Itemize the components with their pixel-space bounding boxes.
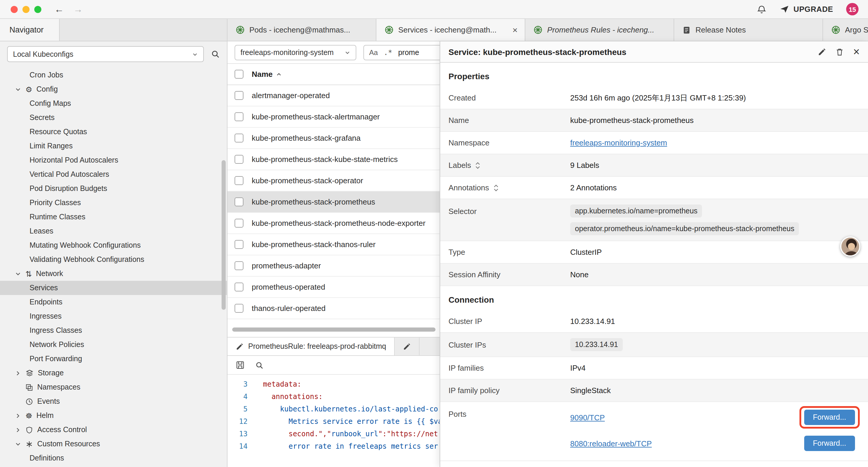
scrollbar-thumb[interactable] — [232, 327, 435, 332]
match-case-toggle[interactable]: Aa — [369, 48, 378, 56]
row-checkbox[interactable] — [235, 112, 243, 121]
dock-tab-prometheusrule-freeleaps-prod-rabbitmq[interactable]: PrometheusRule: freeleaps-prod-rabbitmq — [227, 338, 395, 355]
chevron-down-icon[interactable] — [14, 86, 21, 92]
forward-button[interactable]: → — [73, 4, 83, 14]
row-label-text: IP families — [448, 363, 484, 372]
tab-prometheus-rules-icecheng[interactable]: Prometheus Rules - icecheng... — [525, 19, 674, 41]
sidebar-item-storage[interactable]: Storage — [0, 366, 227, 380]
sidebar-item-endpoints[interactable]: Endpoints — [0, 295, 227, 309]
pencil-icon — [403, 343, 411, 350]
sidebar-item-label: Network — [36, 269, 63, 278]
chevron-right-icon[interactable] — [14, 370, 21, 376]
upgrade-button[interactable]: UPGRADE — [779, 4, 833, 14]
tab-argo-s[interactable]: Argo S — [823, 19, 868, 41]
row-checkbox[interactable] — [235, 155, 243, 164]
sidebar-item-pod-disruption-budgets[interactable]: Pod Disruption Budgets — [0, 181, 227, 196]
sidebar-item-runtime-classes[interactable]: Runtime Classes — [0, 210, 227, 224]
select-all-checkbox[interactable] — [235, 70, 243, 79]
sidebar-item-port-forwarding[interactable]: Port Forwarding — [0, 352, 227, 366]
row-name: kube-prometheus-stack-thanos-ruler — [252, 240, 375, 249]
minimize-window-button[interactable] — [23, 6, 30, 13]
row-checkbox[interactable] — [235, 176, 243, 185]
tab-pods-icecheng-mathmas[interactable]: Pods - icecheng@mathmas... — [227, 19, 376, 41]
port-link[interactable]: 8080:reloader-web/TCP — [570, 439, 652, 448]
save-icon[interactable] — [236, 360, 245, 370]
sidebar-item-ingresses[interactable]: Ingresses — [0, 309, 227, 323]
row-checkbox[interactable] — [235, 240, 243, 249]
sidebar-item-access-control[interactable]: Access Control — [0, 423, 227, 437]
sidebar-item-network-policies[interactable]: Network Policies — [0, 338, 227, 352]
maximize-window-button[interactable] — [34, 6, 41, 13]
row-checkbox[interactable] — [235, 198, 243, 206]
code-segment: runbook_url — [331, 430, 378, 438]
chevron-right-icon[interactable] — [14, 412, 21, 419]
column-header-name[interactable]: Name — [252, 70, 282, 79]
chevron-down-icon[interactable] — [14, 441, 21, 447]
workspace: freeleaps-monitoring-system Aa .* prome … — [227, 41, 868, 467]
row-checkbox[interactable] — [235, 261, 243, 270]
close-window-button[interactable] — [11, 6, 18, 13]
sidebar-item-mutating-webhook-configurations[interactable]: Mutating Webhook Configurations — [0, 238, 227, 253]
line-code: annotations: — [263, 391, 322, 403]
forward-button[interactable]: Forward... — [804, 436, 855, 451]
sidebar-item-custom-resources[interactable]: Custom Resources — [0, 437, 227, 451]
row-label-text: Ports — [448, 410, 466, 418]
close-tab-icon[interactable]: × — [511, 25, 519, 34]
chevron-down-icon[interactable] — [14, 270, 21, 277]
forward-button[interactable]: Forward... — [804, 410, 855, 425]
sidebar-item-definitions[interactable]: Definitions — [0, 451, 227, 465]
editor-search-icon[interactable] — [255, 361, 264, 369]
row-checkbox[interactable] — [235, 134, 243, 143]
navigator-tab[interactable]: Navigator — [0, 19, 60, 41]
sidebar-item-label: Pod Disruption Budgets — [30, 184, 107, 193]
sidebar-item-services[interactable]: Services — [0, 281, 227, 295]
kubeconfig-selector[interactable]: Local Kubeconfigs — [7, 46, 204, 62]
edit-button[interactable] — [818, 48, 826, 56]
sidebar-item-label: Services — [30, 284, 58, 292]
drawer-row-ip-family-policy: IP family policySingleStack — [440, 380, 868, 402]
tab-services-icecheng-math[interactable]: Services - icecheng@math...× — [376, 19, 525, 41]
dock-tab-1[interactable] — [395, 338, 420, 355]
user-avatar[interactable] — [840, 236, 860, 257]
sidebar-item-leases[interactable]: Leases — [0, 224, 227, 238]
chevron-right-icon[interactable] — [14, 427, 21, 433]
sidebar-item-cron-jobs[interactable]: Cron Jobs — [0, 68, 227, 82]
sidebar-item-label: Resource Quotas — [30, 128, 87, 136]
drawer-row-created: Created253d 16h 6m ago (2025年1月13日 GMT+8… — [440, 87, 868, 109]
sidebar-item-validating-webhook-configurations[interactable]: Validating Webhook Configurations — [0, 253, 227, 267]
row-checkbox[interactable] — [235, 283, 243, 291]
row-checkbox[interactable] — [235, 91, 243, 100]
sidebar-item-network[interactable]: ⇅Network — [0, 267, 227, 281]
port-link[interactable]: 9090/TCP — [570, 413, 605, 422]
notifications-bell-icon[interactable] — [757, 4, 766, 14]
sidebar-item-priority-classes[interactable]: Priority Classes — [0, 196, 227, 210]
regex-toggle[interactable]: .* — [384, 48, 392, 56]
sidebar-item-ingress-classes[interactable]: Ingress Classes — [0, 323, 227, 338]
sidebar-item-events[interactable]: Events — [0, 394, 227, 408]
sidebar-item-limit-ranges[interactable]: Limit Ranges — [0, 139, 227, 153]
notification-count-badge[interactable]: 15 — [846, 3, 859, 16]
code-segment: ":"https://net — [378, 430, 438, 438]
close-drawer-button[interactable]: × — [853, 46, 860, 57]
row-checkbox[interactable] — [235, 219, 243, 228]
row-label-text: Session Affinity — [448, 270, 500, 279]
back-button[interactable]: ← — [54, 4, 64, 14]
sidebar-item-config[interactable]: ⚙Config — [0, 82, 227, 96]
sidebar-item-helm[interactable]: ☸Helm — [0, 408, 227, 423]
sidebar-item-vertical-pod-autoscalers[interactable]: Vertical Pod Autoscalers — [0, 167, 227, 181]
sidebar-item-config-maps[interactable]: Config Maps — [0, 96, 227, 111]
namespace-link[interactable]: freeleaps-monitoring-system — [570, 138, 667, 147]
sidebar-item-resource-quotas[interactable]: Resource Quotas — [0, 125, 227, 139]
sidebar-item-secrets[interactable]: Secrets — [0, 111, 227, 125]
sidebar-item-horizontal-pod-autoscalers[interactable]: Horizontal Pod Autoscalers — [0, 153, 227, 167]
row-name: prometheus-adapter — [252, 261, 321, 270]
namespace-filter[interactable]: freeleaps-monitoring-system — [235, 45, 356, 60]
navigator-tree: Cron Jobs⚙ConfigConfig MapsSecretsResour… — [0, 67, 227, 467]
tab-release-notes[interactable]: Release Notes — [674, 19, 823, 41]
sidebar-scrollbar[interactable] — [222, 160, 226, 310]
delete-button[interactable] — [836, 48, 844, 56]
row-name: alertmanager-operated — [252, 91, 330, 100]
sidebar-item-namespaces[interactable]: Namespaces — [0, 380, 227, 394]
sidebar-search-icon[interactable] — [211, 50, 220, 59]
row-checkbox[interactable] — [235, 304, 243, 313]
